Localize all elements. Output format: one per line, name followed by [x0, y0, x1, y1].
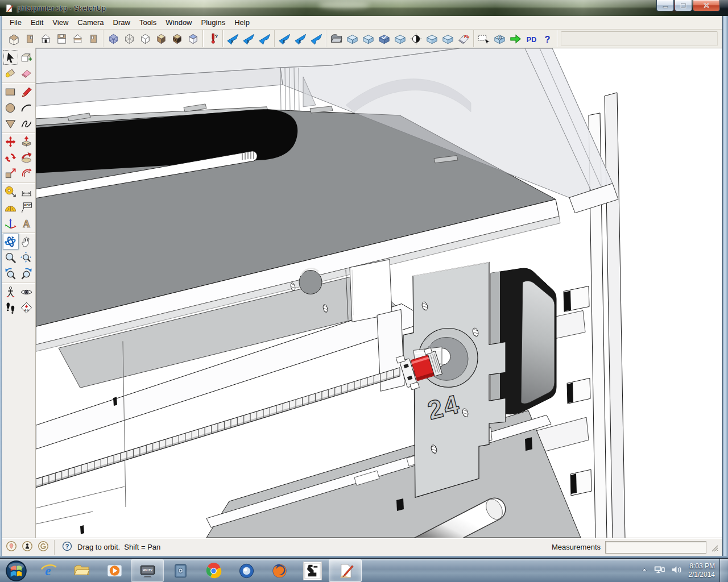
title-bar[interactable]: phlatprinter.skp - SketchUp: [0, 0, 728, 16]
zoom-tool-button[interactable]: [3, 250, 19, 265]
viewport-3d[interactable]: 24: [36, 48, 722, 538]
hidden-line-style-button[interactable]: [137, 31, 153, 47]
phlat-pd-button[interactable]: PD: [523, 31, 539, 47]
menu-help[interactable]: Help: [230, 16, 254, 28]
scale-tool-button[interactable]: [3, 165, 19, 181]
circle-tool-button[interactable]: [3, 99, 19, 115]
wireframe-style-button[interactable]: [121, 31, 137, 47]
chrome-button[interactable]: [197, 559, 230, 582]
offset-tool-button[interactable]: [19, 165, 35, 181]
front-view-button[interactable]: [38, 31, 53, 47]
phlat-generate-gcode-button[interactable]: [507, 31, 523, 47]
polygon-tool-button[interactable]: [3, 115, 19, 131]
geolocation-status-button[interactable]: [5, 540, 18, 555]
monochrome-style-button[interactable]: [185, 31, 201, 47]
outside-fold-cut-button[interactable]: x: [276, 31, 292, 47]
phlat-help-probe-button[interactable]: ?: [205, 31, 221, 47]
follow-me-tool-button[interactable]: [19, 149, 35, 165]
phlat-select-region-button[interactable]: [475, 31, 491, 47]
look-around-tool-button[interactable]: [19, 284, 35, 300]
orbit-tool-button[interactable]: [3, 234, 19, 250]
menu-draw[interactable]: Draw: [109, 16, 135, 28]
internet-explorer-button[interactable]: e: [32, 559, 65, 582]
freehand-tool-button[interactable]: [19, 115, 35, 131]
phlat-pen-tool-button[interactable]: [424, 31, 440, 47]
walk-tool-button[interactable]: [3, 300, 19, 315]
position-camera-tool-button[interactable]: [3, 284, 19, 300]
3d-text-tool-button[interactable]: A: [19, 215, 35, 231]
menu-camera[interactable]: Camera: [73, 16, 108, 28]
lens-app-button[interactable]: [230, 559, 263, 582]
menu-view[interactable]: View: [48, 16, 73, 28]
wintv-button[interactable]: WinTV: [131, 559, 164, 582]
cnc-image-button[interactable]: [296, 559, 329, 582]
safe-app-button[interactable]: [164, 559, 197, 582]
signin-status-button[interactable]: [37, 540, 49, 555]
dimension-tool-button[interactable]: [19, 184, 35, 199]
phlat-open-button[interactable]: [328, 31, 344, 47]
outside-cut-button[interactable]: x: [225, 31, 241, 47]
previous-view-tool-button[interactable]: [3, 265, 19, 281]
iso-view-button[interactable]: [6, 31, 22, 47]
phlat-help-button[interactable]: ?: [539, 31, 555, 47]
select-tool-button[interactable]: [3, 49, 19, 65]
menu-file[interactable]: File: [5, 16, 26, 28]
rotate-tool-button[interactable]: [3, 149, 19, 165]
centerline-fold-cut-button[interactable]: [308, 31, 324, 47]
close-button[interactable]: [693, 0, 720, 11]
inside-cut-button[interactable]: x: [241, 31, 257, 47]
move-tool-button[interactable]: [3, 134, 19, 149]
xray-style-button[interactable]: [105, 31, 121, 47]
menu-tools[interactable]: Tools: [135, 16, 161, 28]
credits-status-button[interactable]: [21, 540, 34, 555]
centerline-cut-button[interactable]: [257, 31, 272, 47]
right-view-button[interactable]: [85, 31, 101, 47]
paint-bucket-tool-button[interactable]: [3, 65, 19, 81]
show-desktop-button[interactable]: [719, 559, 727, 582]
restore-button[interactable]: [675, 0, 692, 11]
phlat-safe-area-button[interactable]: [344, 31, 360, 47]
menu-plugins[interactable]: Plugins: [197, 16, 230, 28]
phlat-tabs-button[interactable]: [392, 31, 408, 47]
back-view-button[interactable]: [69, 31, 85, 47]
side-view-button[interactable]: [22, 31, 38, 47]
menu-window[interactable]: Window: [161, 16, 196, 28]
phlat-pb-eraser-button[interactable]: Pb: [456, 31, 471, 47]
minimize-button[interactable]: [656, 0, 674, 11]
phlat-fold-button[interactable]: [360, 31, 376, 47]
phlat-check-button[interactable]: [376, 31, 392, 47]
inside-fold-cut-button[interactable]: x: [292, 31, 308, 47]
volume-tray-icon[interactable]: [668, 563, 685, 578]
next-view-tool-button[interactable]: [19, 265, 35, 281]
resize-grip[interactable]: [711, 544, 719, 552]
text-tool-button[interactable]: ABC: [19, 199, 35, 215]
zoom-extents-tool-button[interactable]: [19, 250, 35, 265]
phlat-center-mark-button[interactable]: [408, 31, 424, 47]
phlat-cut-order-button[interactable]: 123: [491, 31, 507, 47]
start-button-button[interactable]: [0, 559, 32, 582]
top-view-button[interactable]: [53, 31, 69, 47]
protractor-tool-button[interactable]: [3, 199, 19, 215]
sketchup-button[interactable]: [329, 559, 362, 582]
arc-tool-button[interactable]: [19, 99, 35, 115]
network-tray-icon[interactable]: [651, 563, 668, 578]
media-player-button[interactable]: [98, 559, 131, 582]
menu-edit[interactable]: Edit: [26, 16, 48, 28]
clock[interactable]: 8:03 PM 2/1/2014: [688, 562, 715, 579]
rectangle-tool-button[interactable]: [3, 84, 19, 99]
tape-measure-tool-button[interactable]: [3, 184, 19, 199]
shaded-style-button[interactable]: [153, 31, 169, 47]
phlat-plunge-button[interactable]: [440, 31, 456, 47]
section-plane-tool-button[interactable]: A-S: [19, 300, 35, 315]
make-component-tool-button[interactable]: [19, 49, 35, 65]
measurements-input[interactable]: [605, 541, 706, 554]
eraser-tool-button[interactable]: [19, 65, 35, 81]
windows-explorer-button[interactable]: [65, 559, 98, 582]
push-pull-tool-button[interactable]: [19, 134, 35, 149]
hidden-icons-button[interactable]: [638, 566, 651, 576]
pan-tool-button[interactable]: [19, 234, 35, 250]
line-tool-button[interactable]: [19, 84, 35, 99]
shaded-textures-style-button[interactable]: [169, 31, 185, 47]
firefox-button[interactable]: [263, 559, 296, 582]
context-help-icon[interactable]: ?: [61, 541, 73, 554]
